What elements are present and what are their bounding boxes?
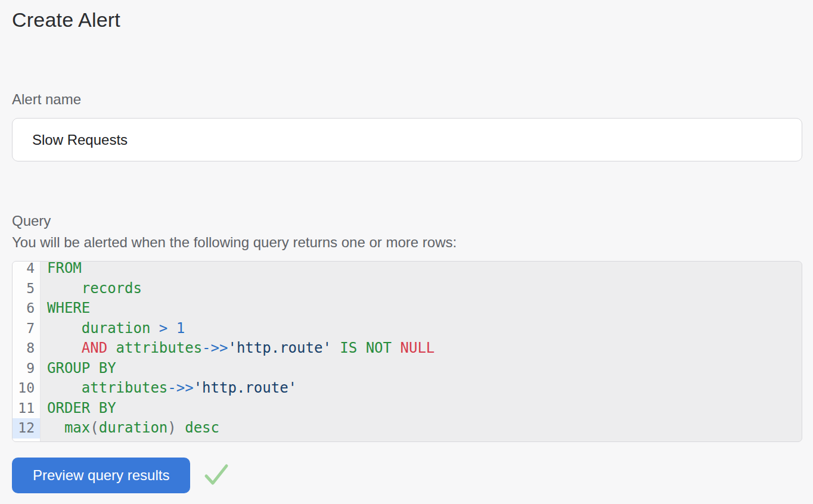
- code-text: WHERE: [40, 298, 802, 319]
- code-line: 11ORDER BY: [13, 399, 802, 419]
- query-label: Query: [12, 212, 802, 230]
- code-text: FROM: [40, 261, 802, 279]
- create-alert-page: Create Alert Alert name Query You will b…: [0, 0, 813, 504]
- code-line: 10 attributes->>'http.route': [13, 378, 802, 399]
- code-text: AND attributes->>'http.route' IS NOT NUL…: [40, 338, 802, 359]
- line-number: 10: [13, 378, 40, 399]
- code-text: records: [40, 279, 802, 299]
- code-text: duration > 1: [40, 319, 802, 339]
- code-line: 6WHERE: [13, 298, 802, 319]
- alert-name-label: Alert name: [12, 91, 802, 108]
- code-line: 8 AND attributes->>'http.route' IS NOT N…: [13, 338, 802, 359]
- code-text: attributes->>'http.route': [40, 378, 802, 399]
- code-line: 9GROUP BY: [13, 359, 802, 379]
- line-number: 11: [13, 399, 40, 419]
- query-code-editor[interactable]: 4FROM5 records6WHERE7 duration > 18 AND …: [12, 261, 802, 442]
- actions-row: Preview query results: [12, 458, 802, 493]
- code-line: 5 records: [13, 279, 802, 299]
- line-number: 7: [13, 319, 40, 339]
- preview-query-results-button[interactable]: Preview query results: [12, 458, 190, 493]
- check-icon: [204, 463, 229, 488]
- code-line: 7 duration > 1: [13, 319, 802, 339]
- line-number: 4: [13, 261, 40, 279]
- code-text: max(duration) desc: [40, 418, 802, 438]
- code-lines: 4FROM5 records6WHERE7 duration > 18 AND …: [13, 261, 802, 438]
- line-number: 12: [13, 418, 40, 438]
- page-title: Create Alert: [12, 6, 802, 33]
- code-line: 4FROM: [13, 261, 802, 279]
- query-description: You will be alerted when the following q…: [12, 234, 802, 251]
- code-text: GROUP BY: [40, 359, 802, 379]
- alert-name-input[interactable]: [12, 118, 802, 161]
- line-number: 8: [13, 338, 40, 359]
- line-number: 9: [13, 359, 40, 379]
- line-number: 5: [13, 279, 40, 299]
- code-line: 12 max(duration) desc: [13, 418, 802, 438]
- code-text: ORDER BY: [40, 399, 802, 419]
- line-number: 6: [13, 298, 40, 319]
